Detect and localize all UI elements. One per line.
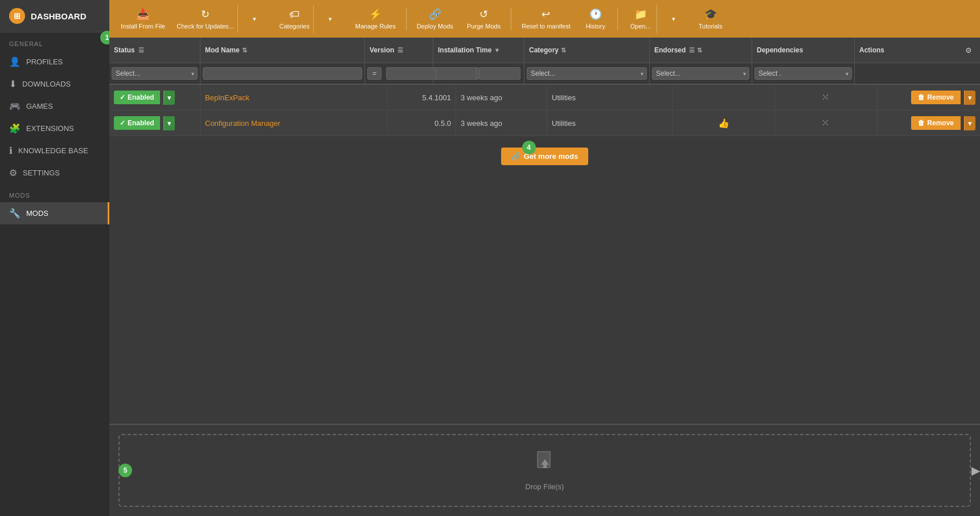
row1-install-cell: 3 weeks ago [456, 85, 547, 110]
status-filter-icon[interactable]: ☰ [138, 47, 144, 54]
sidebar-item-games[interactable]: 🎮 GAMES [0, 95, 109, 117]
modname-sort-icon[interactable]: ⇅ [242, 47, 247, 54]
get-more-icon: 🔗 [511, 152, 520, 161]
drop-box[interactable]: Drop File(s) [118, 434, 971, 507]
endorsed-filter-select[interactable]: Select... [652, 67, 749, 80]
open-btn-group[interactable]: 📁 Open... ▾ [622, 5, 691, 33]
row1-category: Utilities [552, 93, 576, 102]
tutorials-button[interactable]: 🎓 Tutorials [693, 5, 728, 33]
status-col-label: Status ☰ [114, 46, 144, 54]
sidebar-item-mods[interactable]: 🔧 MODS [0, 202, 109, 224]
settings-gear-icon[interactable]: ⚙ [965, 46, 972, 55]
install-from-file-btn-group[interactable]: 📥 Install From File [115, 5, 169, 33]
purge-mods-label: Purge Mods [467, 23, 501, 30]
version-filter-icon[interactable]: ☰ [397, 47, 403, 54]
filter-cell-install [433, 63, 524, 84]
row2-enabled-button[interactable]: ✓ Enabled [114, 116, 160, 130]
row2-remove-label: Remove [927, 119, 954, 127]
install-col-label[interactable]: Installation Time ▼ [438, 46, 500, 54]
row2-version-cell: 0.5.0 [388, 110, 456, 136]
drop-zone[interactable]: 5 Drop File(s) ▶ [109, 425, 980, 516]
row2-modname-cell[interactable]: Configuration Manager [200, 110, 388, 136]
categories-dropdown[interactable]: ▾ [313, 5, 347, 33]
row1-remove-button[interactable]: 🗑 Remove [911, 91, 961, 104]
tutorials-icon: 🎓 [704, 8, 717, 21]
open-button[interactable]: 📁 Open... [622, 5, 657, 33]
category-col-label[interactable]: Category ⇅ [529, 46, 566, 54]
table-row: ✓ Enabled ▾ BepInExPack 5.4.1001 3 weeks… [109, 85, 980, 110]
history-button[interactable]: 🕐 History [579, 5, 613, 33]
row2-remove-button[interactable]: 🗑 Remove [911, 116, 961, 130]
install-from-file-button[interactable]: 📥 Install From File [115, 5, 169, 33]
row2-checkmark-icon: ✓ [120, 119, 125, 127]
rows-container: 3 ✓ Enabled ▾ BepInExPack 5.4.1001 [109, 85, 980, 177]
purge-mods-button[interactable]: ↺ Purge Mods [461, 5, 506, 33]
col-header-version: Version ☰ [365, 38, 433, 63]
categories-button[interactable]: 🏷 Categories [274, 5, 313, 33]
check-updates-icon: ↻ [201, 8, 210, 21]
sidebar-item-profiles[interactable]: 👤 PROFILES [0, 51, 109, 73]
row2-version: 0.5.0 [434, 119, 451, 128]
get-more-mods-button[interactable]: 🔗 Get more mods [501, 148, 588, 165]
row2-thumbs-up-icon[interactable]: 👍 [718, 118, 729, 129]
install-min-filter[interactable] [436, 67, 477, 80]
row2-enabled-dropdown[interactable]: ▾ [163, 116, 175, 130]
category-sort-icon[interactable]: ⇅ [561, 47, 566, 54]
sidebar-item-extensions[interactable]: 🧩 EXTENSIONS [0, 117, 109, 140]
drop-file-icon [534, 450, 556, 477]
modname-col-label[interactable]: Mod Name ⇅ [205, 46, 247, 54]
sidebar-label-profiles: PROFILES [26, 58, 63, 66]
row1-deps-cell: ⛌ [775, 85, 878, 110]
check-updates-dropdown[interactable]: ▾ [237, 5, 272, 33]
sidebar-item-downloads[interactable]: ⬇ DOWNLOADS [0, 73, 109, 95]
filter-cell-modname [200, 63, 365, 84]
install-max-filter[interactable] [479, 67, 520, 80]
version-eq-button[interactable]: = [367, 67, 382, 80]
col-header-actions: Actions [855, 38, 957, 63]
row1-category-cell: Utilities [547, 85, 673, 110]
mods-icon: 🔧 [9, 208, 20, 219]
category-filter-select[interactable]: Select... [527, 67, 647, 80]
row1-checkmark-icon: ✓ [120, 93, 125, 101]
open-dropdown[interactable]: ▾ [657, 5, 691, 33]
check-updates-button[interactable]: ↻ Check for Updates... [171, 5, 237, 33]
mods-area: Status ☰ Mod Name ⇅ Version ☰ Installati… [109, 38, 980, 425]
row1-deps-icon[interactable]: ⛌ [822, 92, 831, 103]
dashboard-icon: ⊞ [9, 8, 25, 24]
row2-install-cell: 3 weeks ago [456, 110, 547, 136]
sidebar-item-knowledge-base[interactable]: ℹ KNOWLEDGE BASE [0, 140, 109, 162]
sidebar-title: DASHBOARD [31, 11, 87, 21]
install-sort-icon[interactable]: ▼ [494, 47, 500, 54]
svg-rect-3 [543, 464, 547, 468]
manage-rules-label: Manage Rules [355, 23, 396, 30]
row2-remove-dropdown[interactable]: ▾ [964, 116, 975, 130]
sidebar-item-settings[interactable]: ⚙ SETTINGS [0, 162, 109, 184]
check-updates-btn-group[interactable]: ↻ Check for Updates... ▾ [171, 5, 271, 33]
status-filter-select[interactable]: Select... [112, 67, 198, 80]
endorsed-col-label[interactable]: Endorsed ☰ ⇅ [654, 46, 702, 54]
row1-enabled-button[interactable]: ✓ Enabled [114, 91, 160, 104]
reset-manifest-button[interactable]: ↩ Reset to manifest [516, 5, 576, 33]
modname-filter-input[interactable] [203, 67, 362, 80]
categories-icon: 🏷 [289, 9, 300, 21]
row2-status-cell: ✓ Enabled ▾ [109, 110, 200, 136]
row1-enabled-dropdown[interactable]: ▾ [163, 91, 175, 105]
row1-remove-dropdown[interactable]: ▾ [964, 91, 975, 105]
endorsed-sort-icon[interactable]: ⇅ [697, 47, 702, 54]
general-section-label: GENERAL [0, 32, 109, 51]
col-header-settings[interactable]: ⚙ [957, 38, 980, 63]
get-more-mods-area: 4 🔗 Get more mods [109, 136, 980, 177]
filter-cell-settings [957, 63, 980, 84]
endorsed-filter-icon[interactable]: ☰ [689, 47, 695, 54]
deps-filter-select[interactable]: Select . [755, 67, 852, 80]
manage-rules-button[interactable]: ⚡ Manage Rules [350, 5, 401, 33]
toolbar: 2 📥 Install From File ↻ Check for Update… [109, 0, 980, 38]
row1-modname-cell[interactable]: BepInExPack [200, 85, 388, 110]
row2-deps-icon[interactable]: ⛌ [822, 118, 831, 128]
deploy-mods-button[interactable]: 🔗 Deploy Mods [411, 5, 459, 33]
col-header-status: Status ☰ [109, 38, 200, 63]
downloads-icon: ⬇ [9, 79, 17, 89]
categories-btn-group[interactable]: 🏷 Categories ▾ [274, 5, 347, 33]
filter-cell-version: = [365, 63, 433, 84]
sidebar-label-mods: MODS [26, 209, 48, 218]
